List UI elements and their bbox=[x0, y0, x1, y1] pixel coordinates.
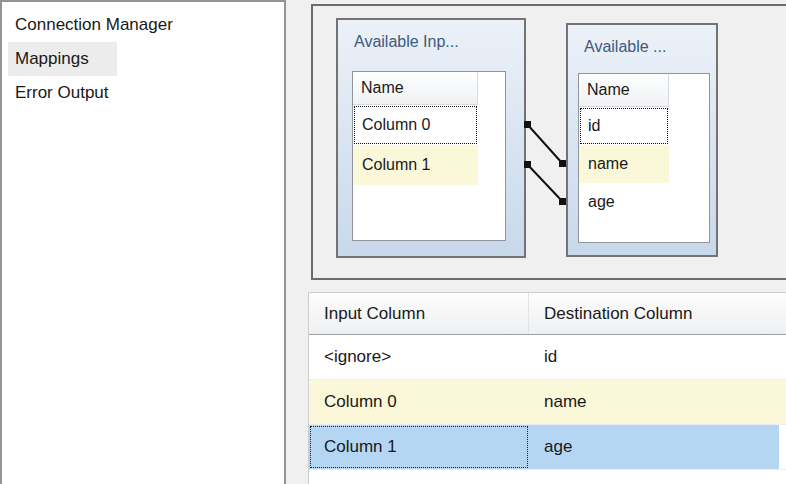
mapping-table-row[interactable]: <ignore> id bbox=[309, 335, 786, 380]
mapping-table: Input Column Destination Column <ignore>… bbox=[308, 292, 786, 484]
input-column-header[interactable]: Input Column bbox=[309, 293, 529, 334]
sidebar-item-error-output[interactable]: Error Output bbox=[8, 76, 137, 110]
destination-column-header[interactable]: Destination Column bbox=[529, 293, 786, 334]
mapping-connectors-layer bbox=[313, 6, 786, 278]
mapping-table-row[interactable]: Column 1 age bbox=[309, 425, 786, 470]
input-cell[interactable]: Column 1 bbox=[309, 425, 529, 469]
input-cell[interactable]: <ignore> bbox=[309, 335, 529, 379]
destination-cell[interactable]: age bbox=[529, 425, 779, 469]
sidebar-item-mappings[interactable]: Mappings bbox=[8, 42, 117, 76]
destination-cell[interactable]: id bbox=[529, 335, 779, 379]
mapping-connector-line[interactable] bbox=[524, 161, 566, 205]
mapping-table-header: Input Column Destination Column bbox=[309, 293, 786, 335]
destination-cell[interactable]: name bbox=[529, 380, 779, 424]
editor-page-sidebar: Connection Manager Mappings Error Output bbox=[0, 0, 286, 484]
mapping-table-row[interactable]: Column 0 name bbox=[309, 380, 786, 425]
input-cell[interactable]: Column 0 bbox=[309, 380, 529, 424]
mapping-diagram-panel: Available Inp... Name Column 0 Column 1 … bbox=[311, 4, 786, 280]
sidebar-item-connection-manager[interactable]: Connection Manager bbox=[8, 8, 201, 42]
mapping-connector-line[interactable] bbox=[524, 121, 566, 167]
